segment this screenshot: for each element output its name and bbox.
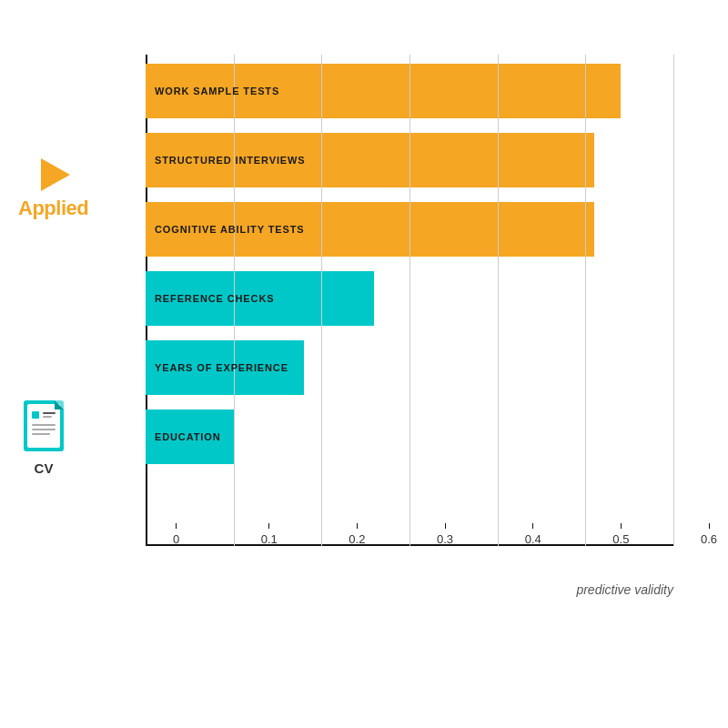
x-tick: 0.6: [701, 523, 717, 546]
x-tick-label: 0.3: [437, 532, 453, 546]
cv-area: CV: [20, 400, 67, 476]
svg-rect-8: [32, 433, 50, 435]
play-icon: [34, 155, 74, 195]
logo-text: Applied: [18, 197, 88, 220]
bar-education: EDUCATION: [146, 410, 234, 464]
x-tick-line: [268, 523, 269, 529]
bar-label: WORK SAMPLE TESTS: [155, 86, 279, 96]
x-tick: 0.1: [261, 523, 278, 546]
bar-years-of-experience: YEARS OF EXPERIENCE: [146, 340, 304, 395]
grid-line: [498, 55, 499, 546]
x-tick: 0.5: [612, 523, 629, 546]
bar-label: COGNITIVE ABILITY TESTS: [155, 224, 304, 235]
x-tick-label: 0.1: [261, 532, 278, 546]
chart-container: WORK SAMPLE TESTSSTRUCTURED INTERVIEWSCO…: [118, 55, 673, 601]
bar-work-sample-tests: WORK SAMPLE TESTS: [146, 64, 621, 118]
cv-icon: [20, 400, 67, 457]
x-tick-line: [357, 523, 358, 529]
bar-cognitive-ability-tests: COGNITIVE ABILITY TESTS: [146, 202, 594, 257]
grid-line: [321, 55, 322, 546]
x-tick: 0.4: [525, 523, 541, 546]
x-tick-line: [621, 523, 622, 529]
bar-reference-checks: REFERENCE CHECKS: [146, 271, 374, 326]
x-tick-line: [176, 523, 177, 529]
bar-structured-interviews: STRUCTURED INTERVIEWS: [146, 133, 594, 187]
svg-rect-5: [43, 416, 52, 418]
grid-line: [673, 55, 674, 546]
grid-line: [585, 55, 586, 546]
x-tick-label: 0: [173, 532, 179, 546]
svg-marker-0: [41, 158, 70, 191]
applied-logo: Applied: [18, 155, 88, 220]
grid-line: [410, 55, 410, 546]
x-tick-label: 0.6: [701, 532, 717, 546]
svg-rect-6: [32, 424, 56, 426]
x-axis-title: predictive validity: [576, 582, 673, 597]
bar-label: YEARS OF EXPERIENCE: [155, 362, 288, 373]
x-tick-label: 0.4: [525, 532, 541, 546]
x-tick-line: [445, 523, 446, 529]
x-tick: 0.2: [349, 523, 365, 546]
x-tick-label: 0.2: [349, 532, 365, 546]
svg-rect-7: [32, 429, 56, 430]
svg-rect-3: [32, 411, 39, 419]
x-tick-line: [532, 523, 533, 529]
x-tick-line: [709, 523, 710, 529]
bar-label: EDUCATION: [155, 431, 221, 442]
svg-rect-4: [43, 412, 56, 414]
bar-label: STRUCTURED INTERVIEWS: [155, 155, 306, 166]
x-tick: 0.3: [437, 523, 453, 546]
x-tick: 0: [173, 523, 179, 546]
x-tick-label: 0.5: [612, 532, 629, 546]
cv-label: CV: [35, 460, 54, 476]
bar-label: REFERENCE CHECKS: [155, 293, 274, 304]
